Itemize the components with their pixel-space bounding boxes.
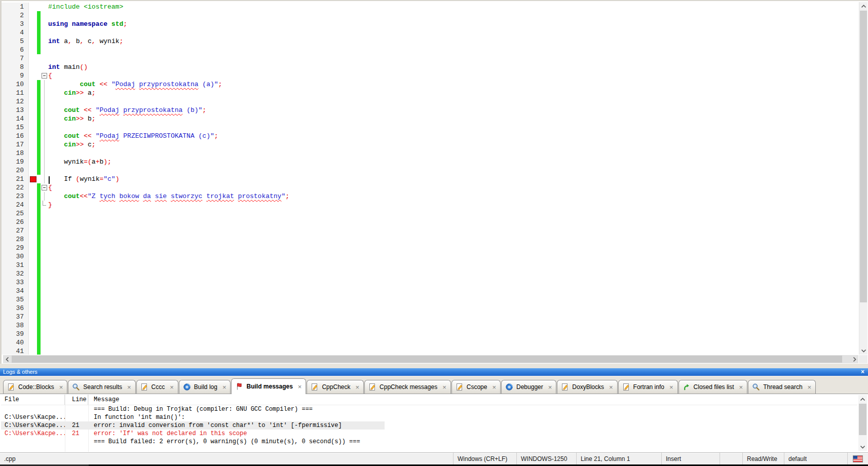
fold-margin[interactable] (41, 183, 48, 192)
vertical-scroll-thumb[interactable] (860, 11, 867, 302)
code-line[interactable]: 30 (2, 252, 858, 261)
line-number[interactable]: 32 (2, 269, 29, 278)
fold-margin[interactable] (41, 321, 48, 330)
marker-margin[interactable] (29, 287, 37, 295)
code-line[interactable]: 12 (2, 97, 858, 106)
line-number[interactable]: 27 (2, 226, 29, 235)
fold-margin[interactable] (41, 269, 48, 278)
marker-margin[interactable] (29, 252, 37, 261)
line-number[interactable]: 26 (2, 218, 29, 226)
fold-margin[interactable] (41, 252, 48, 261)
tab-close-icon[interactable]: × (669, 383, 673, 391)
fold-margin[interactable] (41, 158, 48, 166)
code-line[interactable]: 10 cout << "Podaj przyprostokatna (a)"; (2, 80, 858, 89)
scroll-up-button[interactable] (859, 2, 867, 10)
marker-margin[interactable] (29, 338, 37, 347)
marker-margin[interactable] (29, 175, 37, 183)
code-line[interactable]: 16 cout << "Podaj PRZECIWPROSTOKATNA (c)… (2, 132, 858, 140)
line-number[interactable]: 1 (2, 3, 29, 11)
tab-close-icon[interactable]: × (739, 383, 743, 391)
fold-margin[interactable] (41, 201, 48, 209)
line-number[interactable]: 11 (2, 89, 29, 97)
marker-margin[interactable] (29, 89, 37, 97)
editor-vertical-scrollbar[interactable] (859, 2, 867, 355)
log-row[interactable]: === Build failed: 2 error(s), 0 warning(… (1, 438, 857, 446)
log-column-header-file[interactable]: File (1, 395, 65, 405)
fold-margin[interactable] (41, 261, 48, 269)
code-line[interactable]: 39 (2, 330, 858, 338)
column-separator[interactable] (88, 395, 89, 452)
line-number[interactable]: 13 (2, 106, 29, 114)
code-line[interactable]: 5int a, b, c, wynik; (2, 37, 858, 46)
tab-close-icon[interactable]: × (808, 383, 812, 391)
log-row[interactable]: C:\Users\Kacpe...In function 'int main()… (1, 413, 857, 421)
log-scroll-thumb[interactable] (859, 404, 866, 435)
tab-closed-files-list[interactable]: Closed files list× (678, 380, 748, 394)
fold-toggle-icon[interactable] (42, 185, 47, 190)
marker-margin[interactable] (29, 106, 37, 114)
marker-margin[interactable] (29, 54, 37, 63)
tab-close-icon[interactable]: × (548, 383, 552, 391)
marker-margin[interactable] (29, 3, 37, 11)
marker-margin[interactable] (29, 295, 37, 304)
code-line[interactable]: 11 cin>> a; (2, 89, 858, 97)
code-line[interactable]: 14 cin>> b; (2, 114, 858, 123)
marker-margin[interactable] (29, 140, 37, 149)
marker-margin[interactable] (29, 123, 37, 132)
fold-margin[interactable] (41, 175, 48, 183)
marker-margin[interactable] (29, 209, 37, 218)
fold-toggle-icon[interactable] (42, 73, 47, 79)
marker-margin[interactable] (29, 166, 37, 175)
tab-cppcheck-messages[interactable]: CppCheck messages× (364, 380, 451, 394)
code-line[interactable]: 26 (2, 218, 858, 226)
fold-margin[interactable] (41, 20, 48, 28)
code-line[interactable]: 28 (2, 235, 858, 244)
line-number[interactable]: 14 (2, 114, 29, 123)
line-number[interactable]: 2 (2, 11, 29, 20)
tab-search-results[interactable]: Search results× (68, 380, 135, 394)
code-line[interactable]: 19 wynik=(a+b); (2, 158, 858, 166)
marker-margin[interactable] (29, 37, 37, 46)
line-number[interactable]: 23 (2, 192, 29, 201)
log-row[interactable]: === Build: Debug in Trojkat (compiler: G… (1, 405, 857, 413)
code-line[interactable]: 33 (2, 278, 858, 287)
build-messages-table[interactable]: FileLineMessage=== Build: Debug in Trojk… (1, 395, 857, 452)
line-number[interactable]: 5 (2, 37, 29, 46)
code-line[interactable]: 35 (2, 295, 858, 304)
marker-margin[interactable] (29, 269, 37, 278)
fold-margin[interactable] (41, 63, 48, 71)
marker-margin[interactable] (29, 183, 37, 192)
code-line[interactable]: 29 (2, 244, 858, 252)
fold-margin[interactable] (41, 278, 48, 287)
fold-margin[interactable] (41, 37, 48, 46)
code-line[interactable]: 15 (2, 123, 858, 132)
log-row[interactable]: C:\Users\Kacpe...21error: invalid conver… (1, 421, 857, 430)
line-number[interactable]: 12 (2, 97, 29, 106)
code-line[interactable]: 4 (2, 28, 858, 37)
tab-cscope[interactable]: Cscope× (451, 380, 501, 394)
fold-margin[interactable] (41, 106, 48, 114)
line-number[interactable]: 37 (2, 313, 29, 321)
fold-margin[interactable] (41, 89, 48, 97)
fold-margin[interactable] (41, 80, 48, 89)
tab-close-icon[interactable]: × (298, 383, 302, 391)
line-number[interactable]: 41 (2, 347, 29, 355)
code-line[interactable]: 40 (2, 338, 858, 347)
fold-margin[interactable] (41, 295, 48, 304)
marker-margin[interactable] (29, 304, 37, 313)
fold-margin[interactable] (41, 244, 48, 252)
line-number[interactable]: 24 (2, 201, 29, 209)
fold-margin[interactable] (41, 123, 48, 132)
line-number[interactable]: 31 (2, 261, 29, 269)
line-number[interactable]: 35 (2, 295, 29, 304)
tab-build-messages[interactable]: Build messages× (231, 378, 306, 394)
code-line[interactable]: 37 (2, 313, 858, 321)
line-number[interactable]: 10 (2, 80, 29, 89)
line-number[interactable]: 22 (2, 183, 29, 192)
code-line[interactable]: 32 (2, 269, 858, 278)
log-column-header-line[interactable]: Line (65, 395, 88, 405)
marker-margin[interactable] (29, 313, 37, 321)
line-number[interactable]: 25 (2, 209, 29, 218)
code-line[interactable]: 6 (2, 46, 858, 54)
tab-thread-search[interactable]: Thread search× (748, 380, 816, 394)
